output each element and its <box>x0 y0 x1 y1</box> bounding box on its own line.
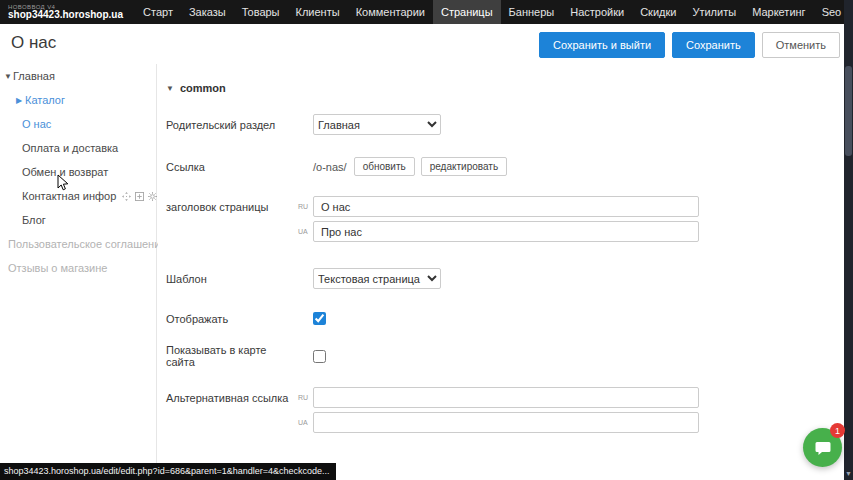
menu-item-marketing[interactable]: Маркетинг <box>744 0 813 24</box>
section-title: common <box>180 82 226 94</box>
row-parent-section: Родительский раздел Главная <box>166 114 844 135</box>
topbar: НОВОВВОД V4 shop34423.horoshop.ua Старт … <box>0 0 853 24</box>
tree-item-label: О нас <box>22 118 51 130</box>
scrollbar-down-arrow[interactable]: ▼ <box>844 469 853 479</box>
pages-tree-sidebar: ▼ Главная ▶ Каталог О нас Оплата и доста… <box>0 64 157 480</box>
alt-link-label: Альтернативная ссылка <box>166 392 298 404</box>
section-common[interactable]: ▼ common <box>166 82 844 94</box>
display-checkbox[interactable] <box>313 312 326 325</box>
add-icon[interactable] <box>135 192 144 201</box>
menu-item-discounts[interactable]: Скидки <box>632 0 684 24</box>
logo[interactable]: НОВОВВОД V4 shop34423.horoshop.ua <box>0 4 135 21</box>
caret-right-icon[interactable]: ▶ <box>16 96 25 105</box>
tree-item-kontaktnaya[interactable]: Контактная инфор <box>0 184 156 208</box>
link-edit-button[interactable]: редактировать <box>421 157 507 176</box>
menu-item-pages[interactable]: Страницы <box>433 0 501 24</box>
page-header: О нас Сохранить и выйти Сохранить Отмени… <box>0 24 844 64</box>
page-title-label: заголовок страницы <box>166 201 298 213</box>
scrollbar-thumb[interactable] <box>845 66 852 156</box>
parent-section-label: Родительский раздел <box>166 119 298 131</box>
tree-item-label: Каталог <box>25 94 65 106</box>
tree-item-otzyvy[interactable]: Отзывы о магазине <box>0 256 156 280</box>
menu-item-banners[interactable]: Баннеры <box>501 0 563 24</box>
tree-item-katalog[interactable]: ▶ Каталог <box>0 88 156 112</box>
menu-item-start[interactable]: Старт <box>135 0 181 24</box>
row-page-title-ua: UA <box>166 221 844 242</box>
cancel-button[interactable]: Отменить <box>762 32 840 58</box>
chat-bubble-icon <box>814 439 832 457</box>
row-link: Ссылка /o-nas/ обновить редактировать <box>166 157 844 176</box>
menu-item-settings[interactable]: Настройки <box>562 0 632 24</box>
tree-item-label: Обмен и возврат <box>22 166 108 178</box>
move-icon[interactable] <box>122 192 131 201</box>
sitemap-checkbox[interactable] <box>313 350 326 363</box>
tree-item-obmen[interactable]: Обмен и возврат <box>0 160 156 184</box>
tree-item-label: Оплата и доставка <box>22 142 118 154</box>
vertical-scrollbar[interactable]: ▼ <box>844 0 853 480</box>
sitemap-label: Показывать в карте сайта <box>166 344 298 368</box>
display-label: Отображать <box>166 313 298 325</box>
edit-form: ▼ common Родительский раздел Главная Ссы… <box>158 64 844 480</box>
lang-ua-label: UA <box>298 228 313 235</box>
row-template: Шаблон Текстовая страница <box>166 268 844 289</box>
tree-item-glavnaya[interactable]: ▼ Главная <box>0 64 156 88</box>
caret-down-icon: ▼ <box>166 84 174 93</box>
tree-item-label: Контактная инфор <box>22 190 116 202</box>
link-value: /o-nas/ <box>313 161 347 173</box>
menu-item-comments[interactable]: Комментарии <box>348 0 433 24</box>
row-display: Отображать <box>166 312 844 325</box>
save-and-exit-button[interactable]: Сохранить и выйти <box>539 32 665 58</box>
header-buttons: Сохранить и выйти Сохранить Отменить <box>539 32 840 58</box>
tree-item-blog[interactable]: Блог <box>0 208 156 232</box>
template-select[interactable]: Текстовая страница <box>313 268 441 289</box>
template-label: Шаблон <box>166 273 298 285</box>
tree-item-label: Отзывы о магазине <box>8 262 107 274</box>
link-label: Ссылка <box>166 161 298 173</box>
tree-item-oplata[interactable]: Оплата и доставка <box>0 136 156 160</box>
browser-status-url: shop34423.horoshop.ua/edit/edit.php?id=6… <box>0 463 336 480</box>
lang-ru-label: RU <box>298 203 313 210</box>
menu-item-clients[interactable]: Клиенты <box>288 0 348 24</box>
page-title-ru-input[interactable] <box>313 196 699 217</box>
main-menu: Старт Заказы Товары Клиенты Комментарии … <box>135 0 853 24</box>
lang-ua-label: UA <box>298 419 313 426</box>
row-alt-link-ua: UA <box>166 412 844 433</box>
row-page-title-ru: заголовок страницы RU <box>166 196 844 217</box>
menu-item-utilities[interactable]: Утилиты <box>684 0 744 24</box>
row-alt-link-ru: Альтернативная ссылка RU <box>166 387 844 408</box>
menu-item-products[interactable]: Товары <box>234 0 288 24</box>
link-update-button[interactable]: обновить <box>354 157 415 176</box>
tree-item-polzovatelskoe[interactable]: Пользовательское соглашение <box>0 232 156 256</box>
tree-item-label: Главная <box>13 70 55 82</box>
parent-section-select[interactable]: Главная <box>313 114 441 135</box>
alt-link-ua-input[interactable] <box>313 412 699 433</box>
page-title: О нас <box>11 33 56 53</box>
logo-domain: shop34423.horoshop.ua <box>8 10 123 21</box>
page-title-ua-input[interactable] <box>313 221 699 242</box>
gear-icon[interactable] <box>148 192 157 201</box>
tree-item-label: Пользовательское соглашение <box>8 238 166 250</box>
alt-link-ru-input[interactable] <box>313 387 699 408</box>
lang-ru-label: RU <box>298 394 313 401</box>
row-sitemap: Показывать в карте сайта <box>166 344 844 368</box>
caret-down-icon[interactable]: ▼ <box>4 72 13 81</box>
tree-item-label: Блог <box>22 214 46 226</box>
menu-item-orders[interactable]: Заказы <box>181 0 234 24</box>
chat-widget-button[interactable]: 1 <box>803 428 842 467</box>
save-button[interactable]: Сохранить <box>672 32 755 58</box>
chat-unread-badge: 1 <box>830 423 845 438</box>
tree-item-o-nas[interactable]: О нас <box>0 112 156 136</box>
